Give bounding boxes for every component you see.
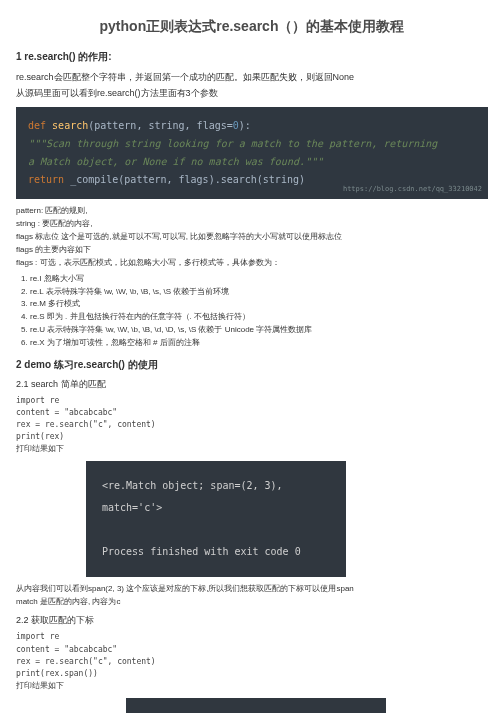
- flags-item: re.M 多行模式: [30, 298, 488, 311]
- code-signature-block: def search(pattern, string, flags=0): ""…: [16, 107, 488, 199]
- code-line: print(rex.span()): [16, 668, 488, 679]
- after-term1: 从内容我们可以看到span(2, 3) 这个应该是对应的下标,所以我们想获取匹配…: [16, 583, 488, 595]
- sig-c1: ,: [136, 120, 148, 131]
- flags-item: re.X 为了增加可读性，忽略空格和 # 后面的注释: [30, 337, 488, 350]
- term-line: <re.Match object; span=(2, 3), match='c'…: [102, 475, 330, 519]
- section1-p1: re.search会匹配整个字符串，并返回第一个成功的匹配。如果匹配失败，则返回…: [16, 70, 488, 84]
- docstring-line1: """Scan through string looking for a mat…: [28, 135, 476, 153]
- return-compile: _compile: [70, 174, 118, 185]
- page-title: python正则表达式re.search（）的基本使用教程: [16, 18, 488, 36]
- sig-arg2: string: [148, 120, 184, 131]
- flags-item: re.U 表示特殊字符集 \w, \W, \b, \B, \d, \D, \s,…: [30, 324, 488, 337]
- sig-close: ):: [239, 120, 251, 131]
- print-result-label: 打印结果如下: [16, 680, 488, 692]
- flags-item: re.I 忽略大小写: [30, 273, 488, 286]
- match-note: match 是匹配的内容, 内容为c: [16, 596, 488, 608]
- docstring-line2: a Match object, or None if no match was …: [28, 153, 476, 171]
- section1-heading: 1 re.search() 的作用:: [16, 50, 488, 64]
- flags-item: re.S 即为 . 并且包括换行符在内的任意字符（. 不包括换行符）: [30, 311, 488, 324]
- flags-list: re.I 忽略大小写 re.L 表示特殊字符集 \w, \W, \b, \B, …: [30, 273, 488, 350]
- subsection-22: 2.2 获取匹配的下标: [16, 614, 488, 627]
- flags-item: re.L 表示特殊字符集 \w, \W, \b, \B, \s, \S 依赖于当…: [30, 286, 488, 299]
- code-line: import re: [16, 631, 488, 642]
- terminal-output-1: <re.Match object; span=(2, 3), match='c'…: [86, 461, 346, 577]
- return-args: (pattern, flags).search(string): [118, 174, 305, 185]
- sig-arg3: flags: [197, 120, 227, 131]
- param-string: string : 要匹配的内容,: [16, 218, 488, 230]
- flags-desc: flags : 可选，表示匹配模式，比如忽略大小写，多行模式等，具体参数为：: [16, 257, 488, 269]
- subsection-21: 2.1 search 简单的匹配: [16, 378, 488, 391]
- function-name: search: [52, 120, 88, 131]
- param-flags: flags 标志位 这个是可选的,就是可以不写,可以写, 比如要忽略字符的大小写…: [16, 231, 488, 243]
- param-pattern: pattern: 匹配的规则,: [16, 205, 488, 217]
- code-line: content = "abcabcabc": [16, 644, 488, 655]
- code-line: rex = re.search("c", content): [16, 656, 488, 667]
- keyword-def: def: [28, 120, 52, 131]
- code-line: rex = re.search("c", content): [16, 419, 488, 430]
- term-line: Process finished with exit code 0: [102, 541, 330, 563]
- section1-p2: 从源码里面可以看到re.search()方法里面有3个参数: [16, 86, 488, 100]
- section2-heading: 2 demo 练习re.search() 的使用: [16, 358, 488, 372]
- sig-open: (pattern: [88, 120, 136, 131]
- code-watermark: https://blog.csdn.net/qq_33210042: [343, 183, 482, 196]
- terminal-output-2: (2, 3) Process finished with exit code 0: [126, 698, 386, 713]
- keyword-return: return: [28, 174, 70, 185]
- code-line: content = "abcabcabc": [16, 407, 488, 418]
- code-line: import re: [16, 395, 488, 406]
- sig-c2: ,: [185, 120, 197, 131]
- code-line: print(rex): [16, 431, 488, 442]
- print-result-label: 打印结果如下: [16, 443, 488, 455]
- flags-heading: flags 的主要内容如下: [16, 244, 488, 256]
